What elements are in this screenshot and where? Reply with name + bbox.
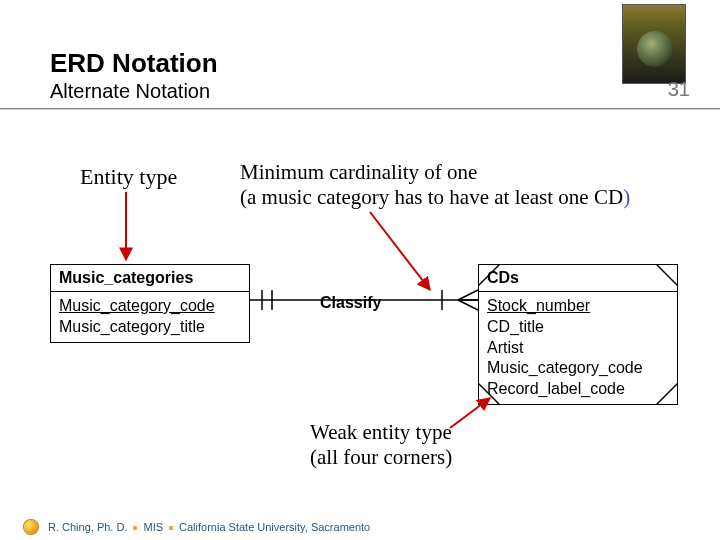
svg-line-11 xyxy=(458,290,478,300)
svg-line-1 xyxy=(656,264,678,286)
csus-logo-icon xyxy=(24,520,38,534)
text: Minimum cardinality of one xyxy=(240,160,700,185)
slide-subtitle: Alternate Notation xyxy=(50,80,210,103)
entity-attributes: Music_category_code Music_category_title xyxy=(51,292,249,342)
entity-music-categories: Music_categories Music_category_code Mus… xyxy=(50,264,250,343)
entity-cds: CDs Stock_number CD_title Artist Music_c… xyxy=(478,264,678,405)
slide: ERD Notation Alternate Notation 31 Entit… xyxy=(0,0,720,540)
label-entity-type: Entity type xyxy=(80,164,177,190)
weak-corner-icon xyxy=(654,264,678,288)
page-number: 31 xyxy=(668,78,690,101)
weak-corner-icon xyxy=(478,381,502,405)
label-weak-entity: Weak entity type (all four corners) xyxy=(310,420,452,470)
svg-line-2 xyxy=(478,383,500,405)
decorative-thumbnail xyxy=(622,4,686,84)
entity-attributes: Stock_number CD_title Artist Music_categ… xyxy=(479,292,677,404)
svg-line-5 xyxy=(370,212,430,290)
entity-header: CDs xyxy=(479,265,677,292)
weak-corner-icon xyxy=(478,264,502,288)
divider xyxy=(0,109,720,110)
footer: R. Ching, Ph. D.MISCalifornia State Univ… xyxy=(0,514,720,540)
weak-corner-icon xyxy=(654,381,678,405)
svg-line-13 xyxy=(458,300,478,310)
svg-line-0 xyxy=(478,264,500,286)
label-min-cardinality: Minimum cardinality of one (a music cate… xyxy=(240,160,700,210)
slide-title: ERD Notation xyxy=(50,48,218,79)
svg-line-3 xyxy=(656,383,678,405)
relationship-label: Classify xyxy=(320,294,381,312)
entity-header: Music_categories xyxy=(51,265,249,292)
footer-text: R. Ching, Ph. D.MISCalifornia State Univ… xyxy=(48,521,370,533)
text: (a music category has to have at least o… xyxy=(240,185,700,210)
